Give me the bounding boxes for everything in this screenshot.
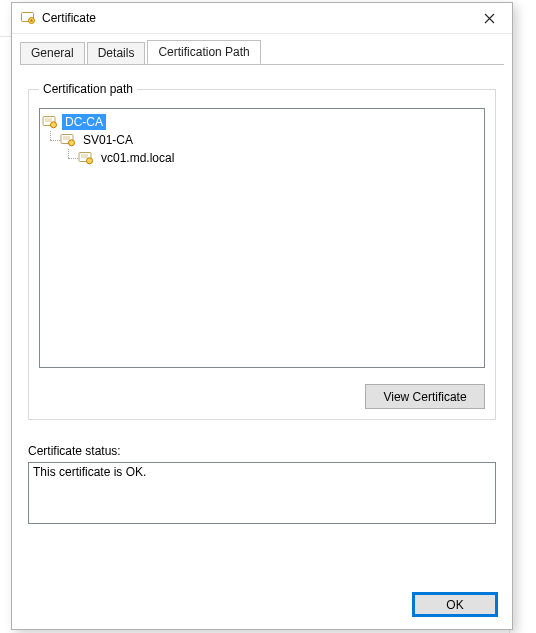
close-button[interactable] (467, 4, 512, 33)
tree-node[interactable]: SV01-CA (42, 131, 482, 149)
certification-path-tree[interactable]: DC-CASV01-CAvc01.md.local (39, 108, 485, 368)
view-certificate-button[interactable]: View Certificate (365, 384, 485, 409)
certificate-icon (20, 10, 36, 26)
svg-point-9 (69, 140, 75, 146)
certificate-status-text: This certificate is OK. (33, 465, 146, 479)
dialog-footer: OK (12, 584, 512, 629)
tree-node[interactable]: vc01.md.local (42, 149, 482, 167)
tree-node-label: SV01-CA (80, 132, 136, 148)
tab-strip: General Details Certification Path (12, 34, 512, 64)
tab-details[interactable]: Details (87, 42, 146, 65)
tab-general[interactable]: General (20, 42, 85, 65)
tab-content: Certification path DC-CASV01-CAvc01.md.l… (12, 64, 512, 584)
certificate-dialog: Certificate General Details Certificatio… (11, 2, 513, 630)
tree-node[interactable]: DC-CA (42, 113, 482, 131)
svg-point-13 (87, 158, 93, 164)
certificate-status-label: Certificate status: (28, 444, 496, 458)
titlebar: Certificate (12, 3, 512, 34)
tree-node-label: vc01.md.local (98, 150, 177, 166)
certificate-status-box: This certificate is OK. (28, 462, 496, 524)
certificate-icon (78, 150, 94, 166)
ok-button[interactable]: OK (412, 592, 498, 617)
certification-path-group: Certification path DC-CASV01-CAvc01.md.l… (28, 82, 496, 420)
certification-path-group-label: Certification path (39, 82, 137, 96)
tree-node-label: DC-CA (62, 114, 106, 130)
window-title: Certificate (42, 11, 467, 25)
certificate-icon (42, 114, 58, 130)
svg-point-5 (51, 122, 57, 128)
close-icon (484, 13, 495, 24)
certificate-icon (60, 132, 76, 148)
background-partial-text: Co (516, 98, 531, 112)
tab-certification-path[interactable]: Certification Path (147, 40, 260, 64)
